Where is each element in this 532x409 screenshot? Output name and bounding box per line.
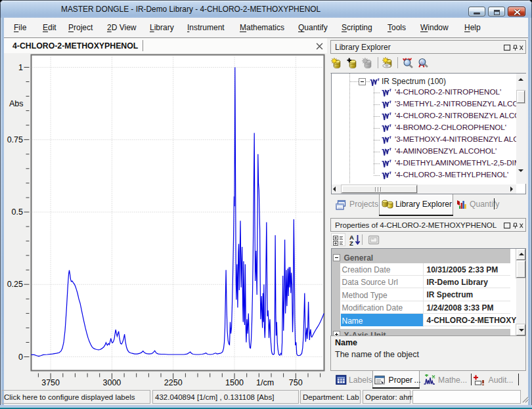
svg-text:Z: Z bbox=[349, 240, 353, 246]
svg-text:Abs: Abs bbox=[9, 99, 24, 108]
svg-text:2250: 2250 bbox=[164, 378, 183, 387]
svg-text:1/cm: 1/cm bbox=[256, 378, 274, 387]
svg-text:0.25: 0.25 bbox=[7, 280, 23, 289]
svg-text:0.75: 0.75 bbox=[7, 135, 23, 144]
svg-text:0.5: 0.5 bbox=[12, 207, 23, 217]
svg-text:3000: 3000 bbox=[102, 378, 121, 387]
svg-text:1500: 1500 bbox=[225, 378, 244, 387]
svg-text:3750: 3750 bbox=[41, 378, 60, 387]
svg-text:750: 750 bbox=[289, 378, 303, 387]
svg-text:0: 0 bbox=[18, 353, 23, 362]
svg-text:1: 1 bbox=[18, 63, 23, 72]
